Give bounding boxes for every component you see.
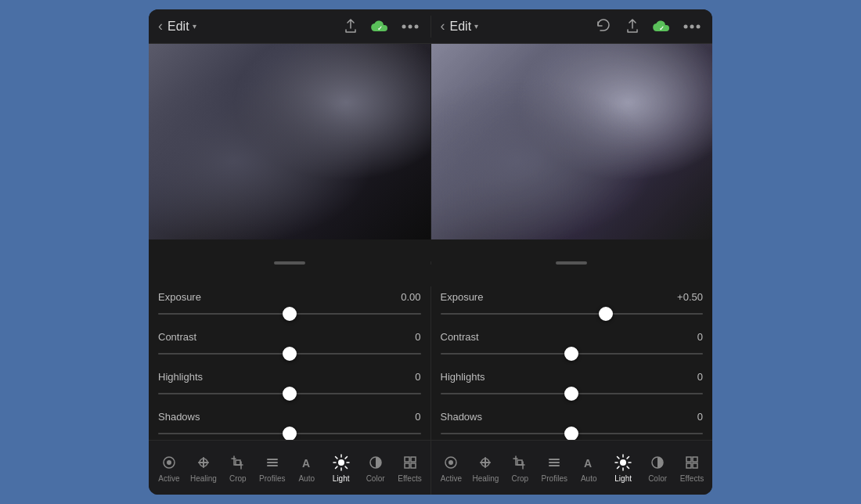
tool-auto-left[interactable]: A Auto [291,453,322,483]
shadows-label-right: Shadows [441,411,482,423]
svg-text:✓: ✓ [377,25,383,32]
tool-active-right[interactable]: Active [435,453,467,483]
shadows-value-right: 0 [697,411,703,423]
svg-point-16 [338,459,344,466]
crop-icon-left [230,453,246,472]
drag-handle-right[interactable] [556,261,587,265]
photo-right-panel [430,44,713,239]
exposure-track-right[interactable] [441,306,704,322]
handle-panel-right [430,261,713,265]
more-button-left[interactable] [399,16,421,38]
contrast-track-left[interactable] [158,346,421,362]
shadows-value-left: 0 [415,411,420,423]
cloud-button-right[interactable]: ✓ [651,16,673,38]
highlights-track-left[interactable] [158,386,421,401]
slider-contrast-left: Contrast 0 [158,326,421,366]
light-icon-right [614,453,632,472]
tool-label-effects-right: Effects [680,474,704,483]
exposure-value-left: 0.00 [401,291,420,303]
light-icon-left [333,453,350,472]
tool-active-left[interactable]: Active [153,453,185,483]
drag-handle-left[interactable] [274,261,305,265]
exposure-track-left[interactable] [158,306,421,322]
share-button-right[interactable] [621,16,643,38]
active-icon-left [161,453,177,472]
svg-rect-51 [693,463,697,468]
svg-point-1 [402,24,405,28]
tool-crop-right[interactable]: Crop [504,453,535,483]
shadows-track-left[interactable] [158,426,421,440]
svg-point-3 [414,24,418,28]
svg-rect-27 [411,457,416,462]
highlights-track-right[interactable] [441,386,704,401]
app-container: ‹ Edit ▾ ✓ [149,9,712,495]
tool-color-left[interactable]: Color [360,453,391,483]
tool-label-crop-left: Crop [229,474,247,483]
edit-text-right: Edit [450,20,472,34]
highlights-value-left: 0 [415,371,420,383]
chevron-left[interactable]: ▾ [193,22,196,31]
slider-exposure-left: Exposure 0.00 [158,286,421,326]
undo-button-right[interactable] [592,16,614,38]
shadows-track-right[interactable] [441,426,704,440]
svg-line-46 [618,466,619,468]
tool-healing-left[interactable]: Healing [188,453,219,483]
shadows-thumb-left[interactable] [283,427,297,440]
contrast-thumb-left[interactable] [283,347,297,361]
cloud-button-left[interactable]: ✓ [369,16,391,38]
right-panel-header: ‹ Edit ▾ [430,16,713,38]
tool-label-light-right: Light [614,474,632,483]
contrast-thumb-right[interactable] [564,347,578,361]
highlights-label-right: Highlights [441,371,485,383]
svg-rect-26 [405,457,409,462]
svg-text:A: A [584,457,592,470]
back-button-left[interactable]: ‹ [158,18,163,34]
svg-line-22 [345,466,347,468]
svg-text:A: A [302,457,310,470]
svg-rect-33 [517,460,522,465]
healing-icon-right [477,453,493,472]
sliders-section: Exposure 0.00 Contrast 0 [149,286,712,440]
tool-label-color-left: Color [366,474,385,483]
contrast-value-left: 0 [415,331,420,343]
svg-rect-12 [267,459,278,460]
slider-contrast-right: Contrast 0 [441,326,704,366]
svg-rect-28 [405,463,409,468]
tool-label-auto-right: Auto [581,474,597,483]
tool-label-color-right: Color [648,474,667,483]
highlights-thumb-left[interactable] [283,387,297,401]
edit-label-left: Edit ▾ [168,20,196,34]
share-button-left[interactable] [340,16,362,38]
tool-crop-left[interactable]: Crop [222,453,254,483]
contrast-track-right[interactable] [441,346,704,362]
color-icon-left [368,453,384,472]
highlights-thumb-right[interactable] [564,387,578,401]
more-button-right[interactable] [681,16,703,38]
tool-light-left[interactable]: Light [326,453,357,483]
header-left-left: ‹ Edit ▾ [158,18,333,34]
crop-icon-right [512,453,528,472]
tool-effects-right[interactable]: Effects [676,453,708,483]
svg-point-5 [684,24,688,28]
tool-label-profiles-left: Profiles [259,474,285,483]
highlights-label-left: Highlights [158,371,203,383]
shadows-label-left: Shadows [158,411,200,423]
tool-healing-right[interactable]: Healing [470,453,501,483]
tool-auto-right[interactable]: A Auto [573,453,604,483]
svg-text:✓: ✓ [659,25,665,32]
exposure-thumb-right[interactable] [599,307,613,321]
tool-color-right[interactable]: Color [642,453,673,483]
tool-effects-left[interactable]: Effects [394,453,426,483]
svg-line-45 [627,456,629,458]
tool-profiles-right[interactable]: Profiles [539,453,570,483]
chevron-right[interactable]: ▾ [474,22,478,31]
color-icon-right [650,453,665,472]
shadows-thumb-right[interactable] [564,427,578,440]
tool-profiles-left[interactable]: Profiles [257,453,288,483]
contrast-value-right: 0 [697,331,703,343]
exposure-thumb-left[interactable] [283,307,297,321]
back-button-right[interactable]: ‹ [441,18,445,34]
header-icons-right: ✓ [592,16,703,38]
svg-rect-49 [693,457,697,462]
tool-light-right[interactable]: Light [607,453,639,483]
